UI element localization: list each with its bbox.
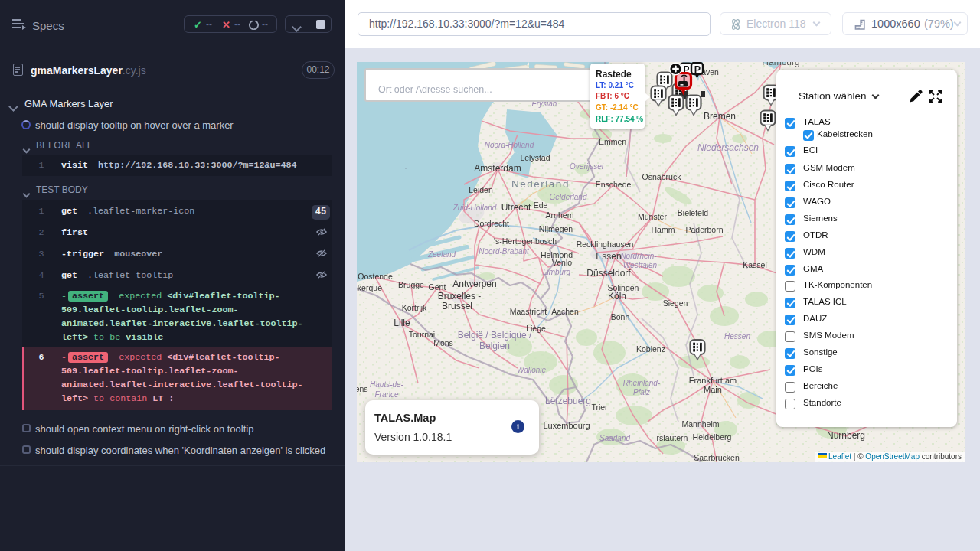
svg-text:Heidelberg: Heidelberg xyxy=(693,432,732,442)
svg-text:Koblenz: Koblenz xyxy=(636,344,665,354)
svg-text:Saarland: Saarland xyxy=(599,434,630,442)
svg-text:Wallonie: Wallonie xyxy=(517,366,547,374)
svg-text:Brugge: Brugge xyxy=(398,280,424,289)
svg-text:Paderborn: Paderborn xyxy=(685,225,723,234)
svg-text:niens: niens xyxy=(357,384,368,393)
svg-text:Saarbrücken: Saarbrücken xyxy=(694,453,740,462)
svg-text:Münster: Münster xyxy=(638,212,667,221)
svg-text:'s-Hertogenbosch: 's-Hertogenbosch xyxy=(494,236,557,246)
svg-text:Köln: Köln xyxy=(608,291,626,302)
svg-text:Emmen: Emmen xyxy=(599,137,626,146)
svg-text:Gelderland: Gelderland xyxy=(550,193,587,201)
svg-text:Gent: Gent xyxy=(429,282,446,292)
svg-text:Hessen: Hessen xyxy=(724,332,750,341)
svg-text:Enschede: Enschede xyxy=(596,180,632,189)
svg-text:Lëtzebuerg: Lëtzebuerg xyxy=(545,396,591,406)
svg-text:Osnabrück: Osnabrück xyxy=(642,172,682,181)
svg-text:P: P xyxy=(694,64,701,75)
svg-text:Düsseldorf: Düsseldorf xyxy=(586,268,631,279)
svg-text:Zuid-Holland: Zuid-Holland xyxy=(452,204,497,212)
svg-text:Hamburg: Hamburg xyxy=(762,62,799,67)
svg-text:Mons: Mons xyxy=(433,338,453,347)
svg-text:Pfalz: Pfalz xyxy=(633,388,650,396)
svg-text:Nürnberg: Nürnberg xyxy=(827,430,865,441)
svg-text:Overijssel: Overijssel xyxy=(570,162,604,171)
svg-text:Noord-Brabant: Noord-Brabant xyxy=(479,247,530,256)
svg-text:Limburg: Limburg xyxy=(543,268,571,276)
svg-text:Nijmegen: Nijmegen xyxy=(539,224,573,233)
svg-text:Aachen: Aachen xyxy=(551,307,579,316)
svg-text:rslautern: rslautern xyxy=(657,433,688,442)
svg-text:Zeeland: Zeeland xyxy=(427,250,456,259)
svg-text:Utrecht: Utrecht xyxy=(501,202,531,213)
svg-text:Rheinland-: Rheinland- xyxy=(623,379,661,387)
svg-text:nkerque: nkerque xyxy=(357,283,382,292)
svg-text:Recklinghausen: Recklinghausen xyxy=(577,240,634,249)
svg-text:Main: Main xyxy=(704,385,722,394)
svg-text:Bruxelles -: Bruxelles - xyxy=(438,291,482,302)
svg-text:Oostende: Oostende xyxy=(358,272,393,281)
svg-text:Mannheim: Mannheim xyxy=(681,419,719,429)
svg-text:Siegen: Siegen xyxy=(663,298,688,308)
svg-text:Venlo: Venlo xyxy=(552,258,572,267)
svg-text:Leiden: Leiden xyxy=(469,185,493,194)
svg-text:Kortrijk: Kortrijk xyxy=(402,303,427,312)
svg-text:Frankfurt am: Frankfurt am xyxy=(689,376,737,385)
svg-text:Liège: Liège xyxy=(526,324,546,333)
svg-text:Hauts-de-: Hauts-de- xyxy=(370,380,404,389)
svg-text:Niedersachsen: Niedersachsen xyxy=(697,142,759,153)
svg-text:Belgien: Belgien xyxy=(479,341,510,351)
svg-text:Bremen: Bremen xyxy=(704,111,736,122)
svg-text:Bonn: Bonn xyxy=(611,312,630,321)
svg-text:France: France xyxy=(374,390,399,399)
svg-text:Maastricht: Maastricht xyxy=(510,307,547,316)
svg-text:Trier: Trier xyxy=(591,403,608,412)
svg-text:Amsterdam: Amsterdam xyxy=(474,163,521,174)
svg-text:Dordrecht: Dordrecht xyxy=(474,219,509,228)
svg-text:Kassel: Kassel xyxy=(743,260,767,269)
svg-text:Nordrhein-: Nordrhein- xyxy=(620,252,657,260)
svg-text:Noord-Holland: Noord-Holland xyxy=(485,141,534,149)
svg-text:Antwerpen: Antwerpen xyxy=(452,279,496,289)
svg-text:Tournai: Tournai xyxy=(409,330,435,339)
svg-text:Lille: Lille xyxy=(394,318,410,328)
svg-text:Bielefeld: Bielefeld xyxy=(678,208,708,217)
svg-text:Nederland: Nederland xyxy=(511,178,570,190)
svg-text:België / Belgique /: België / Belgique / xyxy=(458,330,532,341)
svg-text:Brussel: Brussel xyxy=(442,301,472,311)
svg-text:Luxembourg: Luxembourg xyxy=(543,421,590,430)
svg-text:Ede: Ede xyxy=(534,201,548,210)
svg-text:.: . xyxy=(405,163,407,171)
svg-text:Lelystad: Lelystad xyxy=(520,153,550,162)
svg-text:Arnhem: Arnhem xyxy=(546,210,574,220)
svg-text:Hamm: Hamm xyxy=(652,225,675,234)
svg-text:Essen: Essen xyxy=(596,251,621,262)
